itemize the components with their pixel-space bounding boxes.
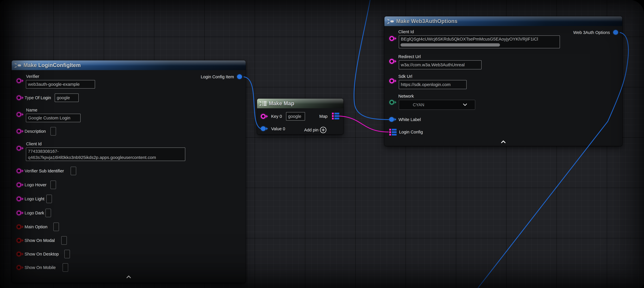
key0-input[interactable]: google <box>286 112 305 121</box>
input-pin-description[interactable] <box>16 129 24 134</box>
field-label-logo-hover: Logo Hover <box>24 182 46 187</box>
node-header[interactable]: Make Web3AuthOptions <box>384 17 622 26</box>
input-pin-key0[interactable] <box>261 114 268 119</box>
field-label-name: Name <box>26 108 37 113</box>
network-selected-value: CYAN <box>413 100 424 109</box>
input-pin-login-config[interactable] <box>389 129 396 136</box>
input-pin-type-of-login[interactable] <box>16 95 24 100</box>
client-id-input[interactable]: 774338308167-q463s7kpvja16l4l0kko3nb925i… <box>26 148 185 161</box>
input-pin-show-on-desktop[interactable] <box>16 251 24 256</box>
verifier-sub-identifier-input[interactable] <box>71 167 76 175</box>
field-label-client-id: Client Id <box>398 29 414 34</box>
input-pin-name[interactable] <box>16 112 24 117</box>
output-pin-label: Login Config Item <box>201 74 234 79</box>
input-pin-show-on-mobile[interactable] <box>16 265 24 270</box>
field-label-verifier: Verifier <box>26 74 39 79</box>
input-pin-verifier-sub-identifier[interactable] <box>16 168 24 173</box>
field-label-logo-light: Logo Light <box>24 196 44 201</box>
make-struct-icon <box>14 63 21 68</box>
add-pin-plus-circle-icon[interactable] <box>320 126 327 133</box>
wire-offscreen-to-white-label[interactable] <box>354 0 390 120</box>
node-make-map[interactable]: Make Map Key 0 google Map Value 0 Add pi… <box>257 99 343 134</box>
field-label-type-of-login: Type Of Login <box>24 95 51 100</box>
input-pin-logo-light[interactable] <box>16 196 24 201</box>
chevron-down-icon <box>463 103 467 106</box>
input-pin-show-on-modal[interactable] <box>16 238 24 243</box>
field-label-verifier-sub-identifier: Verifier Sub Identifier <box>24 168 64 173</box>
field-label-logo-dark: Logo Dark <box>24 210 44 215</box>
logo-hover-input[interactable] <box>50 181 56 189</box>
field-label-show-on-mobile: Show On Mobile <box>24 265 56 270</box>
make-struct-icon <box>387 19 394 24</box>
type-of-login-input[interactable]: google <box>55 94 79 102</box>
field-label-sdk-url: Sdk Url <box>398 74 412 79</box>
field-label-show-on-desktop: Show On Desktop <box>24 251 59 256</box>
output-pin-login-config-item[interactable] <box>237 74 242 79</box>
input-pin-logo-hover[interactable] <box>16 182 24 187</box>
network-dropdown[interactable]: CYAN <box>399 100 475 110</box>
node-make-loginconfigitem[interactable]: Make LoginConfigItem Login Config Item V… <box>12 61 246 283</box>
client-id-scrollbar[interactable] <box>400 43 500 47</box>
field-label-description: Description <box>24 129 46 134</box>
node-make-web3authoptions[interactable]: Make Web3AuthOptions Web 3Auth Options C… <box>384 17 622 146</box>
make-map-icon <box>260 101 267 106</box>
name-input[interactable]: Google Custom Login <box>26 114 80 122</box>
input-pin-client-id[interactable] <box>389 36 396 41</box>
input-pin-sdk-url[interactable] <box>389 78 396 83</box>
description-input[interactable] <box>50 127 56 136</box>
node-header[interactable]: Make LoginConfigItem <box>12 61 246 70</box>
collapse-chevron-up-icon[interactable] <box>501 140 506 143</box>
output-pin-web3auth-options[interactable] <box>613 30 618 35</box>
show-on-mobile-checkbox[interactable] <box>62 263 68 272</box>
input-pin-main-option[interactable] <box>16 224 24 229</box>
input-pin-value0[interactable] <box>261 126 268 131</box>
output-pin-label: Web 3Auth Options <box>573 30 610 35</box>
field-label-redirect-url: Redirect Url <box>398 54 421 59</box>
output-pin-label: Map <box>319 114 328 119</box>
client-id-input[interactable]: BEglQSgt4cUWcj6SKRdu5QkOXTsePmMcusG5EAoy… <box>399 36 560 48</box>
verifier-input[interactable]: web3auth-google-example <box>26 80 95 89</box>
field-label-white-label: White Label <box>398 117 421 122</box>
input-pin-network[interactable] <box>389 100 396 105</box>
field-label-client-id: Client Id <box>26 141 42 146</box>
logo-light-input[interactable] <box>46 195 52 203</box>
node-title: Make Web3AuthOptions <box>396 17 458 26</box>
field-label-value0: Value 0 <box>271 126 285 131</box>
client-id-text: BEglQSgt4cUWcj6SKRdu5QkOXTsePmMcusG5EAoy… <box>401 36 558 42</box>
logo-dark-input[interactable] <box>46 209 51 217</box>
input-pin-logo-dark[interactable] <box>16 210 24 215</box>
input-pin-white-label[interactable] <box>389 117 396 122</box>
field-label-show-on-modal: Show On Modal <box>24 238 55 243</box>
node-title: Make LoginConfigItem <box>24 61 81 70</box>
node-title: Make Map <box>269 99 294 108</box>
show-on-modal-checkbox[interactable] <box>61 236 67 245</box>
node-header[interactable]: Make Map <box>257 99 343 108</box>
field-label-key0: Key 0 <box>271 114 282 119</box>
field-label-login-config: Login Config <box>399 130 423 134</box>
collapse-chevron-up-icon[interactable] <box>126 275 131 278</box>
field-label-network: Network <box>398 94 414 99</box>
input-pin-verifier[interactable] <box>16 78 24 83</box>
input-pin-redirect-url[interactable] <box>389 59 396 64</box>
field-label-main-option: Main Option <box>24 224 48 229</box>
redirect-url-input[interactable]: w3a://com.w3a.Web3AuthUnreal <box>399 60 482 69</box>
show-on-desktop-checkbox[interactable] <box>64 250 70 258</box>
sdk-url-input[interactable]: https://sdk.openlogin.com <box>399 80 466 89</box>
input-pin-client-id[interactable] <box>16 146 24 151</box>
blueprint-canvas[interactable]: Make LoginConfigItem Login Config Item V… <box>0 0 644 288</box>
wire-map-to-login-config[interactable] <box>339 116 389 132</box>
main-option-checkbox[interactable] <box>53 223 59 231</box>
add-pin-label: Add pin <box>304 127 318 132</box>
output-pin-map[interactable] <box>332 113 339 119</box>
